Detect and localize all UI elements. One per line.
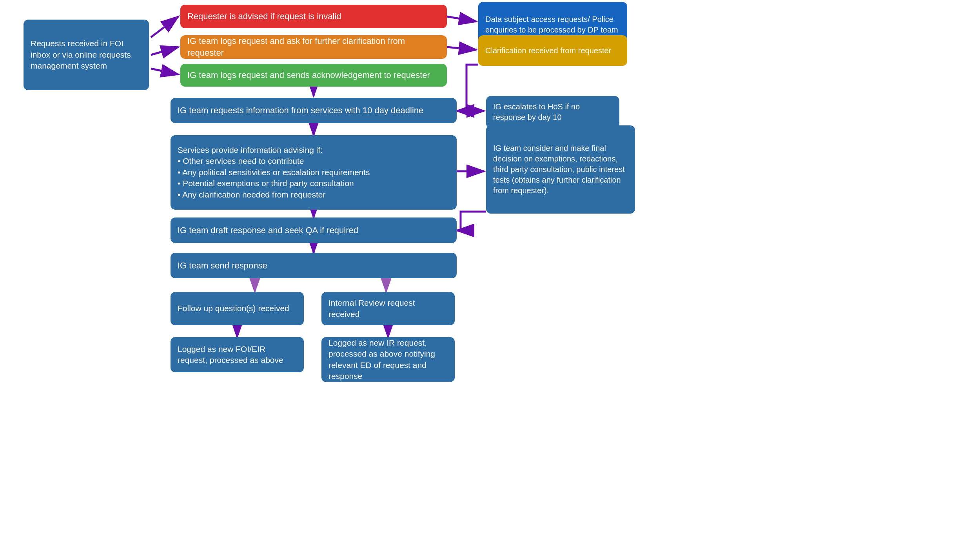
flowchart-diagram: Requests received in FOI inbox or via on…	[0, 0, 980, 551]
invalid-request-box: Requester is advised if request is inval…	[180, 5, 447, 28]
svg-line-5	[447, 16, 476, 22]
logged-foi-box: Logged as new FOI/EIR request, processed…	[171, 337, 304, 372]
svg-line-4	[151, 69, 178, 74]
clarification-received-box: Clarification received from requester	[478, 35, 627, 66]
ig-consider-box: IG team consider and make final decision…	[486, 125, 635, 214]
internal-review-box: Internal Review request received	[321, 292, 455, 325]
followup-box: Follow up question(s) received	[171, 292, 304, 325]
logs-acknowledgement-box: IG team logs request and sends acknowled…	[180, 64, 447, 87]
logged-ir-box: Logged as new IR request, processed as a…	[321, 337, 455, 382]
requests-info-box: IG team requests information from servic…	[171, 98, 457, 123]
escalates-hos-box: IG escalates to HoS if no response by da…	[486, 96, 619, 128]
svg-line-2	[151, 16, 178, 37]
requests-received-box: Requests received in FOI inbox or via on…	[24, 20, 149, 90]
logs-clarification-box: IG team logs request and ask for further…	[180, 35, 447, 59]
svg-line-6	[447, 47, 476, 50]
draft-response-box: IG team draft response and seek QA if re…	[171, 218, 457, 243]
svg-line-3	[151, 47, 178, 55]
send-response-box: IG team send response	[171, 253, 457, 278]
services-provide-box: Services provide information advising if…	[171, 135, 457, 210]
